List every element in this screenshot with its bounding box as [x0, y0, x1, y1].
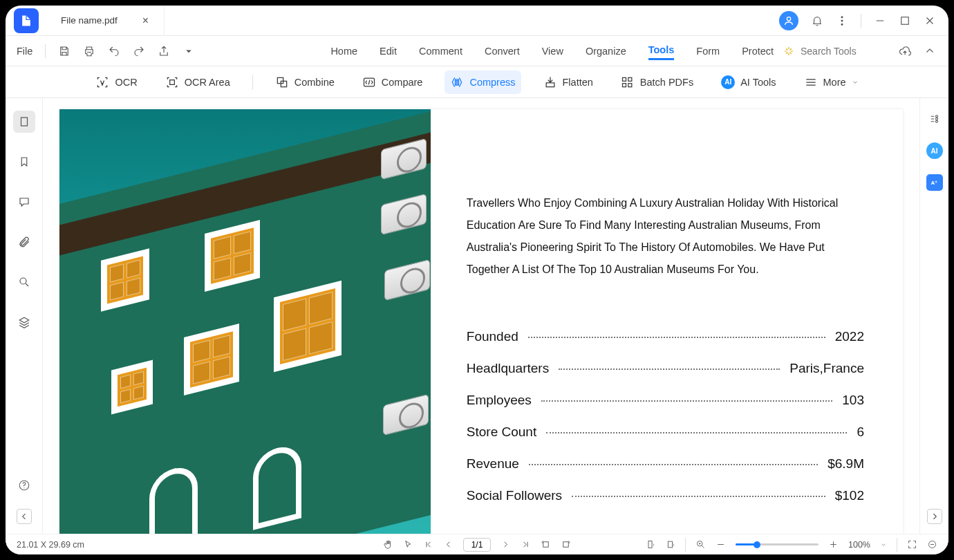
bookmarks-panel-button[interactable] [13, 151, 35, 173]
tool-label: Compress [469, 77, 515, 88]
page-number-input[interactable] [463, 538, 491, 552]
search-panel-button[interactable] [13, 271, 35, 293]
file-tab-label: File name.pdf [61, 15, 118, 26]
hand-tool-icon[interactable] [383, 539, 393, 550]
menu-edit[interactable]: Edit [380, 43, 397, 59]
combine-button[interactable]: Combine [270, 71, 340, 94]
minimize-icon[interactable] [874, 15, 886, 27]
menu-convert[interactable]: Convert [485, 43, 520, 59]
fact-value: 2022 [835, 329, 864, 344]
page-mode-icon[interactable] [665, 539, 675, 550]
fact-label: Headlquarters [467, 361, 549, 376]
document-paragraph: Travellers Who Enjoy Combining A Luxury … [467, 192, 864, 281]
fact-value: $6.9M [827, 456, 864, 472]
close-window-icon[interactable] [924, 15, 936, 27]
svg-rect-5 [169, 80, 174, 84]
svg-rect-13 [628, 77, 632, 81]
fact-leader [528, 337, 825, 338]
help-button[interactable] [13, 474, 35, 496]
more-button[interactable]: More [798, 71, 864, 94]
dropdown-icon[interactable] [183, 45, 195, 57]
fact-row: Store Count6 [467, 424, 864, 440]
fit-page-icon[interactable] [927, 539, 937, 550]
undo-icon[interactable] [108, 45, 120, 57]
zoom-to-area-icon[interactable] [695, 539, 706, 550]
scroll-mode-icon[interactable] [645, 539, 655, 550]
menu-home[interactable]: Home [330, 43, 357, 59]
collapse-right-rail-button[interactable] [927, 509, 942, 524]
zoom-in-icon[interactable] [828, 539, 839, 550]
cloud-upload-icon[interactable] [899, 45, 911, 57]
redo-icon[interactable] [133, 45, 145, 57]
svg-rect-23 [563, 542, 569, 548]
kebab-menu-icon[interactable] [836, 15, 848, 27]
fact-row: Revenue$6.9M [467, 456, 864, 472]
fullscreen-icon[interactable] [907, 539, 917, 550]
file-menu[interactable]: File [17, 46, 32, 57]
compare-button[interactable]: Compare [357, 71, 429, 94]
save-icon[interactable] [58, 45, 71, 57]
fact-leader [572, 496, 825, 497]
menu-tools[interactable]: Tools [648, 41, 675, 60]
file-tab[interactable]: File name.pdf × [51, 6, 165, 36]
print-icon[interactable] [83, 45, 95, 57]
fact-label: Store Count [467, 424, 536, 440]
next-page-icon[interactable] [501, 539, 511, 550]
close-tab-icon[interactable]: × [142, 15, 149, 27]
divider [897, 538, 897, 552]
menu-comment[interactable]: Comment [419, 43, 462, 59]
svg-rect-15 [21, 118, 27, 126]
menu-protect[interactable]: Protect [742, 43, 774, 59]
translate-panel-button[interactable]: A⁺ [926, 174, 943, 191]
compress-button[interactable]: Compress [445, 71, 521, 94]
page-image [59, 109, 431, 534]
search-tools-input[interactable] [801, 46, 877, 57]
comments-panel-button[interactable] [13, 191, 35, 213]
fact-leader [529, 464, 818, 465]
zoom-out-icon[interactable] [716, 539, 726, 550]
ai-tools-button[interactable]: AI AI Tools [716, 71, 781, 94]
layers-panel-button[interactable] [13, 311, 35, 333]
bell-icon[interactable] [811, 15, 823, 27]
fact-label: Revenue [467, 456, 519, 472]
zoom-level: 100% [848, 540, 870, 550]
prev-page-icon[interactable] [443, 539, 453, 550]
tool-label: More [823, 77, 846, 88]
ocr-button[interactable]: OCR [90, 71, 142, 94]
svg-rect-7 [281, 81, 286, 86]
collapse-ribbon-icon[interactable] [924, 45, 936, 57]
chevron-down-icon[interactable] [880, 541, 887, 548]
ai-panel-button[interactable]: AI [926, 142, 943, 159]
share-icon[interactable] [158, 45, 170, 57]
select-tool-icon[interactable] [403, 539, 413, 550]
flatten-button[interactable]: Flatten [538, 71, 599, 94]
last-page-icon[interactable] [521, 539, 531, 550]
svg-rect-24 [648, 541, 652, 548]
page-dimensions: 21.01 X 29.69 cm [17, 540, 84, 550]
ocr-area-button[interactable]: OCR Area [160, 71, 236, 94]
user-avatar[interactable] [779, 11, 798, 30]
first-page-icon[interactable] [423, 539, 433, 550]
fact-row: HeadlquartersParis,France [467, 361, 864, 376]
properties-panel-button[interactable] [926, 111, 943, 127]
zoom-slider[interactable] [736, 543, 819, 545]
thumbnails-panel-button[interactable] [13, 111, 35, 133]
tool-label: AI Tools [740, 77, 776, 88]
collapse-left-rail-button[interactable] [17, 509, 32, 524]
maximize-icon[interactable] [899, 15, 911, 27]
svg-rect-25 [668, 541, 672, 548]
divider [685, 538, 686, 552]
fact-value: 6 [857, 424, 864, 440]
menu-form[interactable]: Form [696, 43, 720, 59]
svg-point-19 [935, 115, 937, 118]
rotate-right-icon[interactable] [561, 539, 571, 550]
rotate-left-icon[interactable] [541, 539, 551, 550]
batch-pdfs-button[interactable]: Batch PDFs [615, 71, 699, 94]
menu-organize[interactable]: Organize [586, 43, 626, 59]
fact-value: $102 [835, 488, 864, 503]
attachments-panel-button[interactable] [13, 231, 35, 253]
svg-rect-4 [901, 17, 909, 24]
fact-row: Employees103 [467, 393, 864, 408]
svg-point-18 [24, 487, 24, 488]
menu-view[interactable]: View [542, 43, 563, 59]
